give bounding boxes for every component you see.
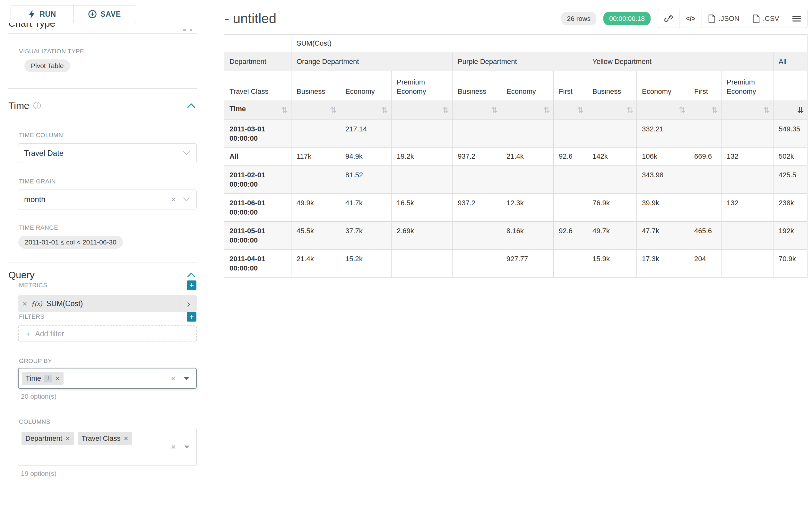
sub-col-header: Premium Economy	[722, 71, 774, 101]
row-header: All	[224, 148, 291, 166]
data-cell: 94.9k	[340, 148, 392, 166]
sort-icon[interactable]: ⇅	[543, 104, 550, 116]
remove-metric-icon[interactable]: ×	[18, 299, 32, 308]
sort-icon[interactable]: ⇅	[281, 104, 288, 116]
chevron-down-icon[interactable]	[183, 377, 190, 380]
hamburger-icon	[792, 15, 801, 22]
visualization-type-label: VISUALIZATION TYPE	[19, 48, 208, 55]
export-button-group: </> .JSON .CSV	[658, 9, 808, 28]
data-cell: 49.9k	[291, 194, 340, 222]
download-json-button[interactable]: .JSON	[702, 9, 746, 28]
sort-icon[interactable]: ⇅	[491, 104, 498, 116]
filters-label: FILTERS	[19, 313, 45, 320]
data-cell	[689, 120, 722, 148]
explore-view: RUN SAVE Chart Type VISUALIZATION TYPE P…	[0, 0, 812, 514]
metric-name: SUM(Cost)	[46, 299, 83, 308]
data-cell	[722, 120, 774, 148]
save-button-label: SAVE	[100, 10, 121, 19]
sort-cell: ⇅	[501, 101, 554, 120]
remove-tag-icon[interactable]: ×	[123, 434, 128, 443]
save-button[interactable]: SAVE	[73, 5, 136, 23]
sort-icon[interactable]: ⇅	[679, 104, 686, 116]
pivot-table-container: SUM(Cost)DepartmentOrange DepartmentPurp…	[208, 28, 812, 277]
data-cell	[291, 120, 340, 148]
row-header: 2011-02-01 00:00:00	[224, 166, 291, 194]
sort-icon[interactable]: ⇅	[711, 104, 718, 116]
run-button[interactable]: RUN	[10, 5, 74, 23]
visualization-type-chip[interactable]: Pivot Table	[24, 59, 70, 72]
download-csv-button[interactable]: .CSV	[746, 9, 786, 28]
info-icon: ⓘ	[33, 101, 41, 111]
menu-button[interactable]	[786, 9, 808, 28]
data-cell: 132	[722, 194, 774, 222]
sort-icon[interactable]: ⇅	[763, 104, 770, 116]
divider	[8, 262, 197, 263]
metric-pill[interactable]: × ƒ(x) SUM(Cost) ›	[18, 295, 197, 312]
row-header: 2011-03-01 00:00:00	[224, 120, 291, 148]
chevron-down-icon[interactable]	[183, 151, 190, 156]
time-range-chip[interactable]: 2011-01-01 ≤ col < 2011-06-30	[18, 236, 123, 249]
time-grain-select[interactable]: month ×	[18, 190, 197, 210]
data-cell: 92.6	[554, 148, 587, 166]
data-cell	[587, 120, 637, 148]
data-cell: 92.6	[554, 222, 587, 250]
remove-tag-icon[interactable]: ×	[65, 434, 70, 443]
embed-code-button[interactable]: </>	[679, 9, 702, 28]
caret-right-icon[interactable]: ›	[180, 296, 197, 312]
sort-cell: ⇅	[587, 101, 637, 120]
data-cell	[392, 120, 453, 148]
chart-area: - untitled 26 rows 00:00:00.18	[208, 0, 812, 514]
data-cell: 15.9k	[587, 250, 637, 277]
row-header: 2011-04-01 00:00:00	[224, 250, 291, 277]
groupby-tag-time: Time i ×	[22, 372, 63, 385]
sort-icon[interactable]: ⇅	[330, 104, 337, 116]
remove-tag-icon[interactable]: ×	[55, 374, 60, 383]
query-section-header[interactable]: Query	[8, 270, 196, 280]
sort-icon[interactable]: ⇅	[577, 104, 584, 116]
data-cell	[453, 222, 501, 250]
col-group-header: Orange Department	[291, 52, 453, 71]
sub-col-header: Business	[453, 71, 501, 101]
data-cell	[501, 166, 554, 194]
chevron-up-icon[interactable]	[187, 272, 196, 277]
data-cell: 45.5k	[291, 222, 340, 250]
data-cell	[554, 166, 587, 194]
chevron-down-icon[interactable]	[183, 197, 190, 202]
sort-cell: ⇅	[340, 101, 392, 120]
code-icon: </>	[686, 15, 695, 23]
clear-icon[interactable]: ×	[171, 195, 176, 205]
time-section-title: Time	[8, 100, 30, 111]
row-dimension-label: Time	[230, 104, 246, 113]
data-cell: 549.35	[774, 120, 808, 148]
data-cell: 41.7k	[340, 194, 392, 222]
table-row: 2011-02-01 00:00:0081.52343.98425.5	[224, 166, 808, 194]
add-filter-button[interactable]: + Add filter	[18, 325, 197, 342]
chevron-up-icon[interactable]	[187, 103, 196, 108]
sort-icon[interactable]: ⇅	[381, 104, 388, 116]
sort-icon[interactable]: ⇊	[797, 104, 804, 116]
sort-icon[interactable]: ⇅	[627, 104, 633, 116]
add-filter-plus-button[interactable]: +	[187, 312, 196, 322]
tag-label: Department	[25, 434, 62, 443]
query-timer-badge: 00:00:00.18	[603, 12, 650, 25]
link-icon	[664, 15, 673, 23]
group-by-select[interactable]: Time i × ×	[18, 368, 197, 389]
columns-tag-travel-class: Travel Class ×	[78, 432, 132, 445]
data-cell: 117k	[291, 148, 340, 166]
sort-cell: ⇅	[722, 101, 774, 120]
time-column-select[interactable]: Travel Date	[18, 143, 197, 163]
data-cell	[291, 166, 340, 194]
tag-label: Time	[26, 374, 41, 383]
data-cell: 49.7k	[587, 222, 637, 250]
chevron-down-icon[interactable]	[183, 445, 190, 449]
sort-icon[interactable]: ⇅	[442, 104, 449, 116]
clear-icon[interactable]: ×	[171, 373, 176, 383]
sub-col-header: First	[554, 71, 587, 101]
copy-link-button[interactable]	[658, 9, 679, 28]
time-section-header[interactable]: Time ⓘ	[8, 100, 196, 111]
add-metric-button[interactable]: +	[187, 280, 196, 290]
columns-select[interactable]: Department × Travel Class × ×	[18, 428, 197, 466]
data-cell: 132	[722, 148, 774, 166]
data-cell: 39.9k	[637, 194, 689, 222]
clear-icon[interactable]: ×	[171, 442, 176, 452]
